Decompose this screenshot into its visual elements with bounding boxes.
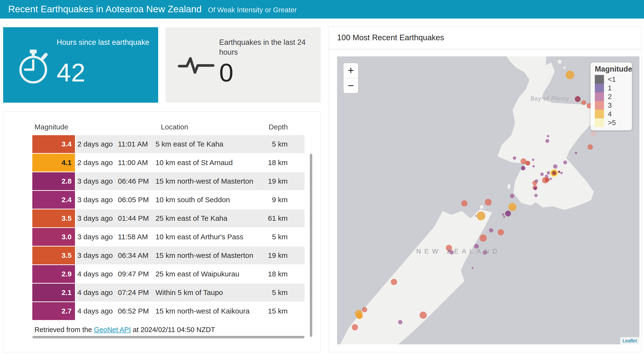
earthquake-marker[interactable] bbox=[521, 166, 525, 170]
earthquake-marker[interactable] bbox=[391, 279, 397, 285]
zoom-out-button[interactable]: − bbox=[344, 78, 358, 93]
footer-suffix: at 2024/02/11 04:50 NZDT bbox=[131, 326, 215, 334]
earthquake-marker[interactable] bbox=[505, 211, 511, 216]
table-row[interactable]: 2.7 4 days ago 06:52 PM 15 km north-west… bbox=[32, 302, 304, 320]
islet bbox=[563, 66, 566, 69]
earthquake-marker[interactable] bbox=[502, 213, 504, 216]
earthquake-marker[interactable] bbox=[532, 165, 535, 167]
table-row[interactable]: 2.8 3 days ago 06:46 PM 15 km north-west… bbox=[32, 172, 304, 190]
earthquake-marker[interactable] bbox=[547, 171, 550, 174]
earthquake-marker[interactable] bbox=[575, 152, 577, 154]
location-cell: 15 km north-west of Kaikoura bbox=[156, 307, 266, 315]
earthquake-marker[interactable] bbox=[513, 156, 516, 160]
earthquake-marker[interactable] bbox=[489, 228, 493, 233]
table-row[interactable]: 3.5 3 days ago 06:34 AM 15 km north-west… bbox=[32, 247, 304, 264]
legend-item-label: >5 bbox=[608, 119, 616, 127]
location-cell: 25 km east of Waipukurau bbox=[156, 270, 266, 278]
days-ago-cell: 4 days ago bbox=[78, 307, 118, 315]
earthquake-marker[interactable] bbox=[560, 172, 563, 174]
time-cell: 01:44 PM bbox=[118, 214, 156, 222]
map-zoom-control: + − bbox=[343, 62, 359, 94]
table-row[interactable]: 3.0 3 days ago 11:58 AM 10 km east of Ar… bbox=[32, 228, 304, 246]
horizontal-scrollbar[interactable] bbox=[32, 336, 304, 338]
earthquake-marker[interactable] bbox=[546, 139, 549, 143]
legend-item: 3 bbox=[595, 101, 632, 110]
table-row[interactable]: 3.4 2 days ago 11:01 AM 5 km east of Te … bbox=[32, 135, 304, 153]
earthquake-marker[interactable] bbox=[356, 313, 363, 319]
depth-cell: 61 km bbox=[266, 214, 304, 222]
location-cell: Within 5 km of Taupo bbox=[156, 289, 266, 297]
magnitude-cell: 2.8 bbox=[32, 172, 75, 190]
earthquake-marker[interactable] bbox=[588, 144, 593, 150]
map-label-new-zealand: NEW ZEALAND bbox=[416, 248, 500, 255]
table-row[interactable]: 2.1 4 days ago 07:24 PM Within 5 km of T… bbox=[32, 284, 304, 302]
earthquake-marker[interactable] bbox=[563, 160, 567, 164]
south-island-landmass bbox=[340, 209, 492, 344]
earthquake-marker[interactable] bbox=[558, 171, 560, 173]
days-ago-cell: 3 days ago bbox=[78, 196, 118, 204]
magnitude-cell: 2.9 bbox=[32, 265, 75, 283]
card-label: Earthquakes in the last 24 hours bbox=[219, 37, 313, 57]
stopwatch-icon bbox=[15, 46, 53, 85]
earthquake-marker[interactable] bbox=[590, 131, 596, 136]
leaflet-attribution-link[interactable]: Leaflet bbox=[622, 338, 637, 344]
days-ago-cell: 3 days ago bbox=[78, 233, 118, 241]
location-cell: 15 km north-west of Masterton bbox=[156, 177, 266, 185]
earthquake-marker[interactable] bbox=[581, 100, 586, 105]
earthquake-marker[interactable] bbox=[420, 312, 427, 319]
earthquake-marker[interactable] bbox=[532, 159, 534, 161]
earthquake-marker[interactable] bbox=[472, 267, 474, 269]
table-body: 3.4 2 days ago 11:01 AM 5 km east of Te … bbox=[32, 135, 304, 321]
geonet-api-link[interactable]: GeoNet API bbox=[94, 326, 131, 334]
earthquake-marker[interactable] bbox=[510, 194, 514, 198]
earthquake-marker[interactable] bbox=[534, 187, 537, 190]
days-ago-cell: 2 days ago bbox=[78, 159, 118, 167]
earthquake-marker[interactable] bbox=[566, 71, 574, 79]
depth-cell: 5 km bbox=[266, 233, 304, 241]
days-ago-cell: 3 days ago bbox=[78, 177, 118, 185]
table-row[interactable]: 3.5 3 days ago 01:44 PM 25 km east of Te… bbox=[32, 209, 304, 227]
legend-item-label: <1 bbox=[608, 75, 616, 83]
zoom-in-button[interactable]: + bbox=[344, 63, 358, 78]
earthquake-marker[interactable] bbox=[480, 235, 487, 242]
legend-color-swatch bbox=[595, 101, 604, 110]
vertical-scrollbar[interactable] bbox=[310, 154, 312, 337]
magnitude-cell: 3.5 bbox=[32, 247, 75, 264]
days-ago-cell: 3 days ago bbox=[78, 251, 118, 260]
earthquake-marker[interactable] bbox=[503, 216, 505, 218]
earthquake-marker[interactable] bbox=[398, 320, 402, 324]
location-cell: 10 km east of Arthur's Pass bbox=[156, 233, 266, 241]
map-label-bay-of-plenty: Bay of Plenty bbox=[530, 95, 570, 102]
earthquake-marker[interactable] bbox=[508, 203, 516, 211]
earthquake-marker[interactable] bbox=[485, 199, 492, 206]
earthquake-marker[interactable] bbox=[552, 171, 556, 175]
magnitude-legend: Magnitude <1 1 2 3 4 bbox=[590, 62, 632, 130]
earthquake-marker[interactable] bbox=[575, 96, 580, 102]
earthquake-marker[interactable] bbox=[461, 200, 468, 207]
table-row[interactable]: 2.9 4 days ago 09:47 PM 25 km east of Wa… bbox=[32, 265, 304, 283]
time-cell: 11:58 AM bbox=[118, 233, 156, 241]
column-header-magnitude[interactable]: Magnitude bbox=[34, 123, 68, 131]
earthquake-marker[interactable] bbox=[547, 135, 549, 137]
earthquake-marker[interactable] bbox=[534, 194, 538, 197]
earthquake-marker[interactable] bbox=[475, 215, 476, 217]
north-island-landmass bbox=[498, 56, 604, 210]
earthquake-marker[interactable] bbox=[498, 229, 504, 235]
earthquake-marker[interactable] bbox=[525, 161, 530, 166]
earthquake-marker[interactable] bbox=[553, 164, 558, 169]
earthquake-marker[interactable] bbox=[352, 324, 358, 330]
earthquake-marker[interactable] bbox=[477, 212, 485, 220]
earthquake-marker[interactable] bbox=[535, 179, 538, 183]
islet bbox=[558, 60, 562, 64]
legend-item-label: 1 bbox=[608, 84, 612, 92]
earthquake-marker[interactable] bbox=[362, 307, 367, 312]
earthquake-marker[interactable] bbox=[540, 173, 544, 176]
table-row[interactable]: 2.4 3 days ago 06:05 PM 10 km south of S… bbox=[32, 191, 304, 209]
earthquake-marker[interactable] bbox=[550, 178, 552, 180]
table-row[interactable]: 4.1 2 days ago 11:00 AM 10 km east of St… bbox=[32, 154, 304, 172]
legend-item-label: 3 bbox=[608, 101, 612, 109]
leaflet-map[interactable]: Bay of Plenty NEW ZEALAND + − Magnitude … bbox=[337, 56, 640, 344]
column-header-location[interactable]: Location bbox=[153, 123, 196, 131]
earthquake-marker[interactable] bbox=[545, 177, 550, 182]
column-header-depth[interactable]: Depth bbox=[254, 123, 288, 131]
